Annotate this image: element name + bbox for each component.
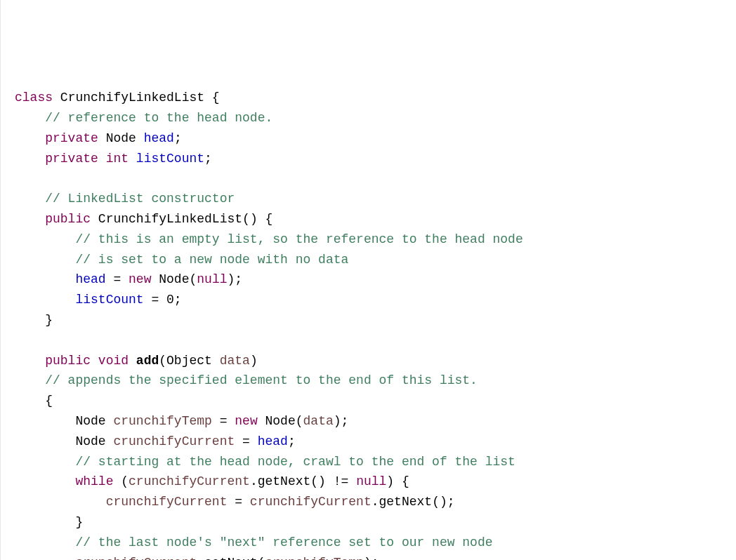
- line-22: }: [15, 515, 83, 529]
- keyword-new: new: [129, 272, 151, 286]
- local-crunchifycurrent: crunchifyCurrent: [250, 495, 372, 509]
- type-node: Node: [265, 414, 296, 428]
- comment: // this is an empty list, so the referen…: [75, 232, 523, 246]
- keyword-private: private: [45, 131, 98, 145]
- line-12: }: [15, 313, 53, 327]
- line-18: Node crunchifyCurrent = head;: [15, 434, 296, 448]
- comment: // appends the specified element to the …: [45, 373, 478, 387]
- field-listcount: listCount: [75, 293, 143, 307]
- comment: // LinkedList constructor: [45, 192, 235, 206]
- line-7: public CrunchifyLinkedList() {: [15, 212, 272, 226]
- comment: // reference to the head node.: [45, 111, 272, 125]
- line-1: class CrunchifyLinkedList {: [15, 91, 220, 105]
- method-getnext: getNext: [379, 495, 433, 509]
- type-node: Node: [75, 434, 113, 448]
- keyword-null: null: [197, 272, 227, 286]
- method-getnext: getNext: [258, 474, 311, 488]
- line-10: head = new Node(null);: [15, 272, 242, 286]
- field-head: head: [144, 131, 174, 145]
- type-object: Object: [166, 354, 220, 368]
- line-8: // this is an empty list, so the referen…: [15, 232, 523, 246]
- constructor-name: CrunchifyLinkedList: [98, 212, 242, 226]
- keyword-while: while: [75, 474, 113, 488]
- comment: // starting at the head node, crawl to t…: [75, 455, 515, 469]
- keyword-null: null: [356, 474, 386, 488]
- local-crunchifycurrent: crunchifyCurrent: [129, 474, 250, 488]
- local-crunchifycurrent: crunchifyCurrent: [106, 495, 228, 509]
- keyword-private: private: [45, 152, 98, 166]
- local-crunchifytemp: crunchifyTemp: [113, 414, 211, 428]
- line-16: {: [15, 394, 53, 408]
- type-node: Node: [159, 272, 189, 286]
- literal-zero: 0: [166, 293, 174, 307]
- comment: // the last node's "next" reference set …: [75, 535, 492, 549]
- line-17: Node crunchifyTemp = new Node(data);: [15, 414, 348, 428]
- line-3: private Node head;: [15, 131, 182, 145]
- brace: {: [204, 91, 220, 105]
- comment: // is set to a new node with no data: [75, 253, 348, 267]
- keyword-new: new: [235, 414, 257, 428]
- line-20: while (crunchifyCurrent.getNext() != nul…: [15, 474, 409, 488]
- method-setnext: setNext: [204, 556, 258, 560]
- param-data: data: [220, 354, 250, 368]
- local-crunchifycurrent: crunchifyCurrent: [113, 434, 235, 448]
- method-add: add: [136, 354, 159, 368]
- line-21: crunchifyCurrent = crunchifyCurrent.getN…: [15, 495, 455, 509]
- keyword-int: int: [98, 152, 136, 166]
- line-24: crunchifyCurrent.setNext(crunchifyTemp);: [15, 556, 379, 560]
- line-6: // LinkedList constructor: [15, 192, 235, 206]
- keyword-public: public: [45, 354, 91, 368]
- field-head: head: [258, 434, 288, 448]
- line-11: listCount = 0;: [15, 293, 182, 307]
- local-crunchifycurrent: crunchifyCurrent: [75, 556, 197, 560]
- line-4: private int listCount;: [15, 152, 212, 166]
- keyword-class: class: [15, 91, 53, 105]
- type-node: Node: [98, 131, 144, 145]
- line-2: // reference to the head node.: [15, 111, 272, 125]
- line-14: public void add(Object data): [15, 354, 258, 368]
- param-data: data: [303, 414, 334, 428]
- type-node: Node: [75, 414, 113, 428]
- class-name: CrunchifyLinkedList: [60, 91, 204, 105]
- field-head: head: [75, 272, 105, 286]
- line-9: // is set to a new node with no data: [15, 253, 348, 267]
- keyword-void: void: [91, 354, 136, 368]
- line-19: // starting at the head node, crawl to t…: [15, 455, 515, 469]
- local-crunchifytemp: crunchifyTemp: [265, 556, 364, 560]
- line-15: // appends the specified element to the …: [15, 373, 478, 387]
- code-block: class CrunchifyLinkedList { // reference…: [15, 88, 722, 560]
- keyword-public: public: [45, 212, 91, 226]
- field-listcount: listCount: [136, 152, 204, 166]
- line-23: // the last node's "next" reference set …: [15, 535, 493, 549]
